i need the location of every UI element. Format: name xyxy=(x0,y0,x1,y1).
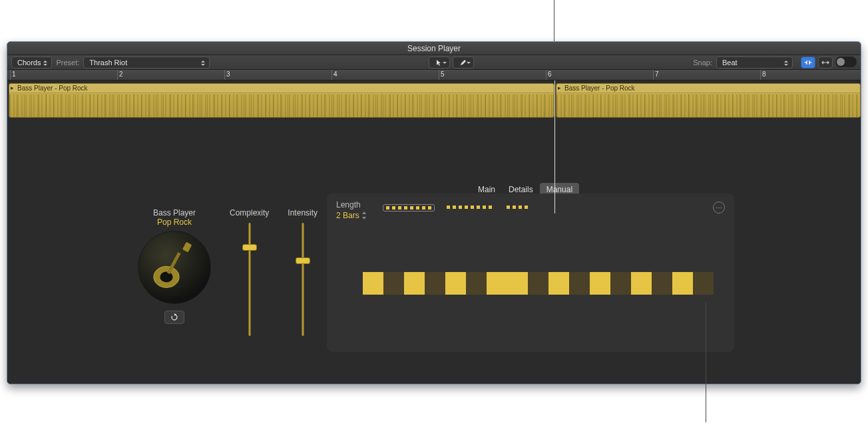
mini-step xyxy=(422,206,425,210)
more-options-button[interactable]: ⋯ xyxy=(713,202,725,214)
snap-select[interactable]: Beat xyxy=(716,57,793,69)
waveform xyxy=(9,94,554,117)
length-value: 2 Bars xyxy=(336,211,359,220)
ruler-number: 2 xyxy=(119,71,123,78)
pencil-tool-button[interactable] xyxy=(453,57,474,69)
step-sequencer xyxy=(363,272,714,295)
step-cell[interactable] xyxy=(528,272,548,295)
step-cell[interactable] xyxy=(610,272,631,295)
step-cell[interactable] xyxy=(383,272,404,295)
ruler-mark xyxy=(331,70,332,80)
slider-thumb[interactable] xyxy=(296,257,310,264)
pointer-tool-button[interactable] xyxy=(429,57,450,69)
ruler-mark xyxy=(117,70,118,80)
app-window: Session Player Chords Preset: Thrash Rio… xyxy=(7,41,861,384)
ruler-mark xyxy=(760,70,761,80)
complexity-slider[interactable] xyxy=(243,223,256,336)
mini-step xyxy=(459,206,462,209)
step-cell[interactable] xyxy=(404,272,425,295)
length-value-stepper[interactable]: 2 Bars xyxy=(336,211,367,220)
step-cell[interactable] xyxy=(425,272,445,295)
ruler-mark xyxy=(546,70,546,80)
step-cell[interactable] xyxy=(445,272,466,295)
ruler-number: 5 xyxy=(441,71,445,78)
mini-step xyxy=(477,206,480,209)
step-cell[interactable] xyxy=(693,272,714,295)
player-block: Bass Player Pop Rock Complexity Intensit… xyxy=(138,208,318,336)
window-title: Session Player xyxy=(7,42,861,55)
track-area[interactable]: Bass Player - Pop RockBass Player - Pop … xyxy=(7,80,861,120)
ruler-number: 4 xyxy=(333,71,337,78)
step-cell[interactable] xyxy=(672,272,693,295)
audio-region[interactable]: Bass Player - Pop Rock xyxy=(9,83,554,118)
intensity-slider[interactable] xyxy=(296,223,310,336)
mini-step xyxy=(453,206,456,209)
step-cell[interactable] xyxy=(590,272,610,295)
mini-step xyxy=(410,206,413,210)
region-label: Bass Player - Pop Rock xyxy=(556,84,860,93)
mini-step xyxy=(489,206,492,209)
mini-step xyxy=(483,206,486,209)
mini-step xyxy=(404,206,407,210)
ruler-number: 7 xyxy=(655,71,659,78)
mini-step xyxy=(392,206,395,210)
audio-region[interactable]: Bass Player - Pop Rock xyxy=(556,83,861,118)
bass-guitar-icon xyxy=(148,241,201,294)
regenerate-button[interactable] xyxy=(164,311,184,324)
stretch-button[interactable] xyxy=(818,57,833,69)
link-toggle[interactable] xyxy=(835,57,857,67)
mini-step xyxy=(519,206,522,209)
slider-label: Intensity xyxy=(288,208,318,217)
player-title: Bass Player xyxy=(138,208,211,217)
preset-value: Thrash Riot xyxy=(89,59,127,67)
slider-label: Complexity xyxy=(230,208,269,217)
pattern-editor-panel: Length 2 Bars ⋯ xyxy=(327,194,734,352)
ruler-number: 8 xyxy=(762,71,766,78)
snap-value: Beat xyxy=(722,59,738,67)
playhead[interactable] xyxy=(554,80,555,214)
slider-thumb[interactable] xyxy=(242,244,257,251)
step-cell[interactable] xyxy=(363,272,383,295)
timeline-ruler[interactable]: 12345678 xyxy=(7,70,861,80)
refresh-icon xyxy=(170,313,178,321)
region-label: Bass Player - Pop Rock xyxy=(9,84,554,93)
preset-select[interactable]: Thrash Riot xyxy=(83,57,210,69)
ruler-number: 1 xyxy=(12,71,16,78)
mini-step xyxy=(447,206,450,209)
mini-step xyxy=(386,206,389,210)
step-cell[interactable] xyxy=(487,272,507,295)
mini-step xyxy=(471,206,474,209)
callout-line-bottom xyxy=(706,303,706,422)
ruler-number: 3 xyxy=(226,71,230,78)
ruler-mark xyxy=(224,70,225,80)
chords-label: Chords xyxy=(17,59,41,67)
step-cell[interactable] xyxy=(507,272,528,295)
mini-step xyxy=(428,206,431,210)
player-avatar[interactable] xyxy=(138,231,211,304)
ruler-mark xyxy=(439,70,439,80)
mini-step xyxy=(398,206,401,210)
callout-line-top xyxy=(554,0,554,41)
svg-point-1 xyxy=(160,271,172,282)
mini-step xyxy=(513,206,516,209)
editor-area: MainDetailsManual Bass Player Pop Rock xyxy=(7,135,861,384)
chords-select[interactable]: Chords xyxy=(11,57,52,69)
pattern-bar-1[interactable] xyxy=(444,204,495,212)
ruler-mark xyxy=(653,70,654,80)
step-cell[interactable] xyxy=(652,272,672,295)
ruler-mark xyxy=(10,70,11,80)
svg-rect-3 xyxy=(182,242,192,253)
mini-step xyxy=(507,206,510,209)
tool-group xyxy=(429,57,474,69)
snap-align-button[interactable] xyxy=(801,57,815,69)
pattern-bar-2[interactable] xyxy=(504,204,531,212)
pattern-overview[interactable] xyxy=(383,204,531,212)
step-cell[interactable] xyxy=(569,272,590,295)
stepper-icon xyxy=(362,212,367,219)
ruler-number: 6 xyxy=(548,71,552,78)
step-cell[interactable] xyxy=(548,272,569,295)
step-cell[interactable] xyxy=(631,272,652,295)
pattern-bar-0[interactable] xyxy=(383,204,435,212)
step-cell[interactable] xyxy=(466,272,487,295)
waveform xyxy=(556,94,860,117)
